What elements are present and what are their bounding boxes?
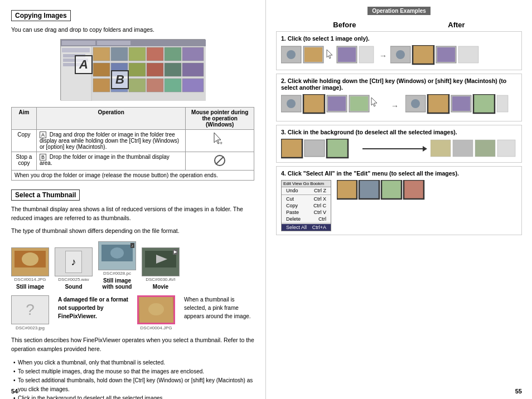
bullet-2: To select multiple images, drag the mous…	[13, 367, 254, 376]
step-1-arrow: →	[379, 51, 387, 60]
svg-rect-73	[304, 140, 325, 157]
still-filename: DSC#0014.JPG	[14, 277, 46, 282]
svg-rect-72	[281, 139, 302, 158]
section2-body2: The type of thumbnail shown differs depe…	[11, 227, 254, 236]
svg-rect-9	[93, 47, 110, 61]
step-3-title: 3. Click in the background (to deselect …	[281, 129, 517, 135]
svg-rect-76	[453, 140, 473, 157]
label-a: A	[75, 55, 93, 74]
step1-after-svg	[390, 45, 485, 66]
after-label: After	[448, 21, 465, 29]
svg-rect-69	[452, 96, 470, 111]
bullet-4: Click in the background to deselect all …	[13, 394, 254, 400]
no-drop-icon	[213, 154, 226, 167]
svg-marker-64	[371, 98, 377, 106]
step-2: 2. Click while holding down the [Ctrl] k…	[276, 74, 522, 121]
long-arrow	[362, 146, 427, 152]
svg-rect-61	[328, 96, 346, 111]
svg-rect-55	[437, 47, 455, 62]
step3-after-svg	[431, 139, 517, 159]
mouse-pointer-stop	[186, 152, 254, 170]
menu-divider-2	[282, 223, 331, 223]
step-4-num: 4.	[281, 170, 286, 177]
svg-point-58	[287, 99, 296, 108]
bullet-list: When you click a thumbnail, only that th…	[13, 358, 254, 400]
svg-rect-48	[338, 47, 356, 62]
section-select-thumbnail: Select a Thumbnail The thumbnail display…	[11, 189, 254, 399]
svg-rect-13	[165, 47, 181, 61]
menu-undo: UndoCtrl Z	[282, 187, 331, 194]
damaged-description: A damaged file or a format not supported…	[58, 295, 128, 320]
svg-rect-15	[93, 63, 110, 76]
section1-body: You can use drag and drop to copy folder…	[11, 26, 254, 35]
thumb-still-sound: ♪ DSC#0028.pc Still imageStill image wit…	[98, 241, 136, 290]
svg-rect-23	[129, 79, 146, 92]
still-sound-caption: Still imageStill image with soundwith so…	[103, 278, 132, 290]
col-aim: Aim	[12, 107, 37, 129]
svg-rect-79	[337, 180, 357, 199]
svg-rect-11	[129, 47, 146, 61]
still-sound-filename: DSC#0028.pc	[103, 271, 131, 276]
section-desc: This section describes how FinePixViewer…	[11, 336, 254, 354]
thumb-still-sound-box: ♪	[98, 241, 136, 270]
section1-title: Copying Images	[11, 10, 71, 21]
svg-rect-25	[165, 79, 181, 92]
step2-after-svg	[405, 94, 509, 118]
step-1-title: 1. Click (to select 1 image only).	[281, 35, 517, 42]
pink-frame-group: DSC#0004.JPG	[137, 295, 175, 330]
step-3-inner	[281, 139, 517, 159]
still-caption: Still image	[16, 284, 44, 290]
svg-marker-46	[327, 50, 332, 59]
svg-rect-67	[428, 94, 449, 113]
step-3-num: 3.	[281, 129, 286, 135]
step-4-title: 4. Click "Select All" in the "Edit" menu…	[281, 170, 517, 177]
svg-rect-53	[414, 47, 432, 62]
step-3: 3. Click in the background (to deselect …	[276, 125, 522, 163]
step-1-before: →	[281, 45, 517, 66]
svg-rect-75	[431, 140, 451, 157]
step-2-text: Click while holding down the [Ctrl] key …	[281, 77, 506, 91]
still-sound-badge: ♪	[130, 243, 135, 248]
before-label: Before	[333, 21, 356, 29]
svg-rect-24	[147, 79, 163, 92]
aim-stop: Stop a copy	[12, 152, 37, 170]
damaged-box: ?	[11, 295, 49, 324]
still-image-preview	[12, 248, 49, 276]
before-after-header: Before After	[276, 21, 522, 29]
step4-after-svg	[337, 180, 426, 200]
damaged-thumb-group: ? DSC#0023.jpg	[11, 295, 49, 330]
step-1-content: →	[281, 45, 517, 66]
menu-cut: CutCtrl X	[282, 196, 331, 202]
svg-rect-77	[475, 140, 495, 157]
step-4-content: Edit View Go Bookm UndoCtrl Z CutCtrl X …	[281, 180, 517, 231]
menu-select-all[interactable]: Select AllCtrl+A	[282, 224, 331, 231]
right-page: Operation Examples Before After 1. Click…	[266, 0, 532, 399]
page-number-right: 55	[515, 388, 522, 395]
svg-point-66	[411, 99, 420, 108]
svg-point-41	[148, 303, 164, 315]
menu-copy: CopyCtrl C	[282, 202, 331, 209]
svg-rect-45	[304, 47, 322, 62]
movie-badge: ▶	[173, 249, 178, 255]
svg-rect-2	[62, 41, 95, 45]
svg-rect-12	[147, 47, 163, 61]
svg-rect-14	[182, 47, 204, 61]
step-2-content: →	[281, 94, 517, 118]
thumb-still: DSC#0014.JPG Still image	[11, 247, 49, 290]
menu-bar: Edit View Go Bookm	[282, 181, 331, 187]
movie-filename: DSC#0030.AVI	[146, 277, 176, 282]
mouse-pointer-copy: +	[186, 129, 254, 152]
step-3-content	[281, 139, 517, 159]
op-examples-badge: Operation Examples	[367, 7, 431, 15]
operation-copy: A Drag and drop the folder or image in t…	[36, 129, 186, 152]
label-b: B	[111, 70, 129, 89]
step-1-text: Click (to select 1 image only).	[288, 35, 370, 42]
svg-rect-49	[359, 46, 374, 63]
col-operation: Operation	[36, 107, 186, 129]
step-1: 1. Click (to select 1 image only).	[276, 31, 522, 70]
thumb-movie: ▶ DSC#0030.AVI Movie	[142, 247, 180, 290]
svg-rect-80	[359, 180, 379, 199]
step3-before-svg	[281, 139, 359, 159]
step2-before-svg	[281, 94, 384, 118]
svg-rect-5	[62, 48, 90, 52]
